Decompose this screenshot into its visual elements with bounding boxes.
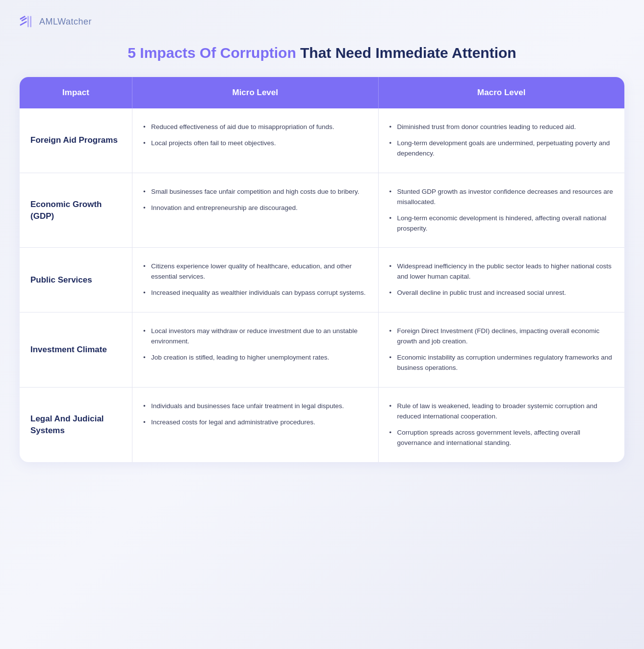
macro-cell-4: Rule of law is weakened, leading to broa… (379, 388, 625, 462)
micro-cell-0: Reduced effectiveness of aid due to misa… (132, 108, 379, 173)
svg-rect-3 (27, 16, 29, 27)
aml-logo-icon (20, 15, 35, 28)
impact-cell-3: Investment Climate (20, 312, 132, 387)
micro-cell-4: Individuals and businesses face unfair t… (132, 388, 379, 462)
impact-cell-0: Foreign Aid Programs (20, 108, 132, 173)
macro-item-0-1: Long-term development goals are undermin… (389, 138, 614, 159)
macro-item-2-0: Widespread inefficiency in the public se… (389, 261, 614, 282)
micro-cell-1: Small businesses face unfair competition… (132, 173, 379, 248)
macro-item-1-1: Long-term economic development is hinder… (389, 213, 614, 234)
impact-cell-1: Economic Growth (GDP) (20, 173, 132, 248)
impact-label-0: Foreign Aid Programs (30, 134, 118, 146)
table-row: Foreign Aid ProgramsReduced effectivenes… (20, 108, 624, 173)
table-body: Foreign Aid ProgramsReduced effectivenes… (20, 108, 624, 462)
svg-rect-4 (30, 16, 31, 27)
title-highlight: 5 Impacts Of Corruption (128, 45, 296, 61)
macro-item-1-0: Stunted GDP growth as investor confidenc… (389, 187, 614, 208)
impact-label-4: Legal And Judicial Systems (30, 413, 121, 437)
macro-item-4-0: Rule of law is weakened, leading to broa… (389, 401, 614, 422)
macro-item-4-1: Corruption spreads across government lev… (389, 428, 614, 448)
micro-item-0-1: Local projects often fail to meet object… (143, 138, 367, 149)
macro-cell-2: Widespread inefficiency in the public se… (379, 248, 625, 312)
micro-list-4: Individuals and businesses face unfair t… (143, 401, 367, 428)
macro-list-2: Widespread inefficiency in the public se… (389, 261, 614, 298)
micro-cell-3: Local investors may withdraw or reduce i… (132, 312, 379, 387)
micro-item-4-1: Increased costs for legal and administra… (143, 417, 367, 428)
header-impact: Impact (20, 77, 132, 108)
macro-item-3-0: Foreign Direct Investment (FDI) declines… (389, 326, 614, 347)
logo-brand: AML (39, 17, 57, 26)
header-macro: Macro Level (379, 77, 625, 108)
logo-suffix: Watcher (57, 17, 92, 26)
table-row: Public ServicesCitizens experience lower… (20, 248, 624, 312)
macro-cell-1: Stunted GDP growth as investor confidenc… (379, 173, 625, 248)
micro-item-2-1: Increased inequality as wealthier indivi… (143, 288, 367, 298)
macro-list-4: Rule of law is weakened, leading to broa… (389, 401, 614, 448)
macro-item-3-1: Economic instability as corruption under… (389, 353, 614, 373)
micro-item-1-1: Innovation and entrepreneurship are disc… (143, 203, 367, 213)
micro-item-3-1: Job creation is stifled, leading to high… (143, 353, 367, 363)
title-rest: That Need Immediate Attention (296, 45, 516, 61)
micro-list-1: Small businesses face unfair competition… (143, 187, 367, 213)
impact-label-1: Economic Growth (GDP) (30, 199, 121, 222)
macro-list-1: Stunted GDP growth as investor confidenc… (389, 187, 614, 234)
micro-list-2: Citizens experience lower quality of hea… (143, 261, 367, 298)
macro-cell-3: Foreign Direct Investment (FDI) declines… (379, 312, 625, 387)
macro-cell-0: Diminished trust from donor countries le… (379, 108, 625, 173)
macro-item-0-0: Diminished trust from donor countries le… (389, 122, 614, 132)
micro-cell-2: Citizens experience lower quality of hea… (132, 248, 379, 312)
table-header: Impact Micro Level Macro Level (20, 77, 624, 108)
main-table: Impact Micro Level Macro Level Foreign A… (20, 77, 624, 462)
micro-item-4-0: Individuals and businesses face unfair t… (143, 401, 367, 412)
micro-item-2-0: Citizens experience lower quality of hea… (143, 261, 367, 282)
table-row: Economic Growth (GDP)Small businesses fa… (20, 173, 624, 248)
micro-item-3-0: Local investors may withdraw or reduce i… (143, 326, 367, 347)
micro-item-1-0: Small businesses face unfair competition… (143, 187, 367, 197)
logo-area: AMLWatcher (20, 15, 624, 28)
micro-item-0-0: Reduced effectiveness of aid due to misa… (143, 122, 367, 132)
impact-cell-4: Legal And Judicial Systems (20, 388, 132, 462)
svg-rect-2 (20, 21, 27, 26)
table-row: Legal And Judicial SystemsIndividuals an… (20, 388, 624, 462)
macro-item-2-1: Overall decline in public trust and incr… (389, 288, 614, 298)
micro-list-3: Local investors may withdraw or reduce i… (143, 326, 367, 363)
impact-label-3: Investment Climate (30, 344, 107, 356)
micro-list-0: Reduced effectiveness of aid due to misa… (143, 122, 367, 149)
table-row: Investment ClimateLocal investors may wi… (20, 312, 624, 388)
impact-label-2: Public Services (30, 274, 92, 286)
header-micro: Micro Level (132, 77, 379, 108)
macro-list-3: Foreign Direct Investment (FDI) declines… (389, 326, 614, 373)
impact-cell-2: Public Services (20, 248, 132, 312)
logo-text: AMLWatcher (39, 17, 92, 27)
macro-list-0: Diminished trust from donor countries le… (389, 122, 614, 159)
page-title: 5 Impacts Of Corruption That Need Immedi… (20, 43, 624, 62)
